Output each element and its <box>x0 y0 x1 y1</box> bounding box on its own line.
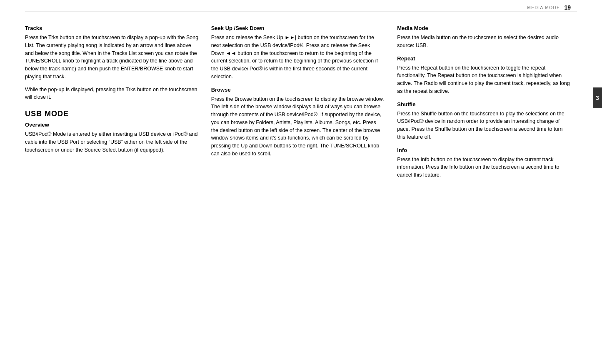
shuffle-section: Shuffle Press the Shuffle button on the … <box>397 101 571 141</box>
media-mode-body: Press the Media button on the touchscree… <box>397 34 571 50</box>
media-mode-section: Media Mode Press the Media button on the… <box>397 25 571 50</box>
tab-marker: 3 <box>593 87 602 108</box>
page-container: MEDIA MODE 19 3 Tracks Press the Trks bu… <box>0 0 602 364</box>
overview-heading: Overview <box>25 122 199 128</box>
seekup-section: Seek Up /Seek Down Press and release the… <box>211 25 385 81</box>
repeat-heading: Repeat <box>397 55 571 62</box>
repeat-body: Press the Repeat button on the touchscre… <box>397 64 571 95</box>
repeat-section: Repeat Press the Repeat button on the to… <box>397 55 571 95</box>
column-3: Media Mode Press the Media button on the… <box>397 17 571 347</box>
column-1: Tracks Press the Trks button on the touc… <box>25 17 199 347</box>
info-heading: Info <box>397 147 571 153</box>
shuffle-body: Press the Shuffle button on the touchscr… <box>397 110 571 141</box>
browse-section: Browse Press the Browse button on the to… <box>211 87 385 158</box>
header-title: MEDIA MODE <box>527 5 560 10</box>
tracks-section: Tracks Press the Trks button on the touc… <box>25 25 199 101</box>
overview-body: USB/iPod® Mode is entered by either inse… <box>25 130 199 154</box>
usb-mode-heading: USB MODE <box>25 110 199 118</box>
column-2: Seek Up /Seek Down Press and release the… <box>211 17 385 347</box>
tracks-body: Press the Trks button on the touchscreen… <box>25 34 199 81</box>
tracks-body2: While the pop-up is displayed, pressing … <box>25 86 199 102</box>
usb-mode-section: USB MODE Overview USB/iPod® Mode is ente… <box>25 110 199 154</box>
info-section: Info Press the Info button on the touchs… <box>397 147 571 179</box>
top-rule <box>25 12 577 12</box>
browse-heading: Browse <box>211 87 385 93</box>
tab-marker-text: 3 <box>596 95 599 101</box>
seekup-heading: Seek Up /Seek Down <box>211 25 385 31</box>
browse-body: Press the Browse button on the touchscre… <box>211 95 385 158</box>
header: MEDIA MODE 19 <box>527 4 571 11</box>
shuffle-heading: Shuffle <box>397 101 571 107</box>
media-mode-heading: Media Mode <box>397 25 571 31</box>
seekup-body: Press and release the Seek Up ►►| button… <box>211 34 385 81</box>
content-grid: Tracks Press the Trks button on the touc… <box>25 17 571 347</box>
tracks-heading: Tracks <box>25 25 199 31</box>
header-page: 19 <box>564 4 571 11</box>
info-body: Press the Info button on the touchscreen… <box>397 156 571 179</box>
